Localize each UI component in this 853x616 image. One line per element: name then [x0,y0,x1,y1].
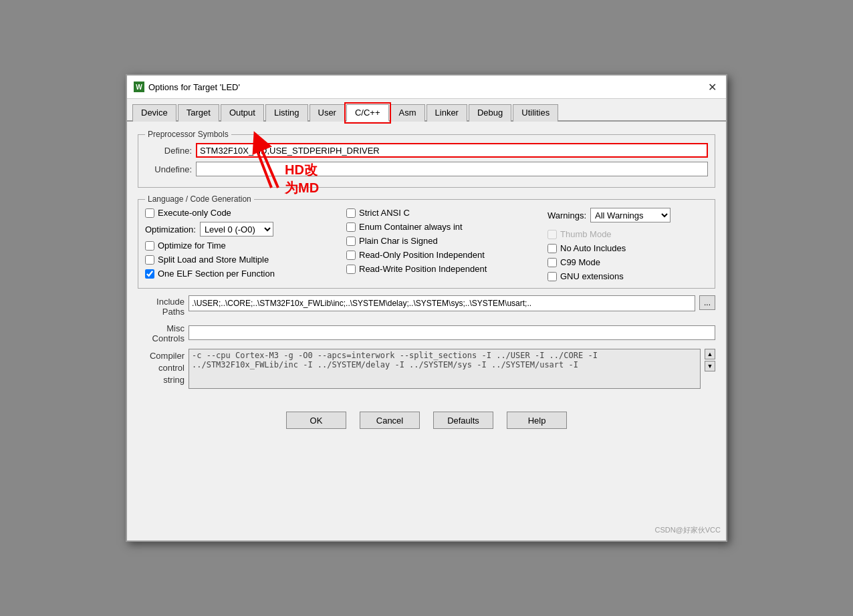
optimization-select[interactable]: Level 0 (-O0) [200,222,273,237]
compiler-control-label: Compilercontrolstring [138,349,185,387]
enum-container-row: Enum Container always int [346,222,539,232]
include-paths-input[interactable] [189,295,695,311]
preprocessor-group: Preprocessor Symbols Define: Undefine: [138,130,715,188]
rw-position-checkbox[interactable] [346,265,356,274]
close-button[interactable]: ✕ [705,80,719,94]
thumb-mode-label: Thumb Mode [560,229,612,239]
execute-only-label: Execute-only Code [158,208,231,218]
split-load-label: Split Load and Store Multiple [158,255,269,265]
compiler-control-row: Compilercontrolstring -c --cpu Cortex-M3… [138,349,715,389]
define-input[interactable] [196,143,708,158]
warnings-label: Warnings: [547,210,586,220]
tab-utilities[interactable]: Utilities [513,104,558,122]
strict-ansi-label: Strict ANSI C [359,208,410,218]
dialog-title: Options for Target 'LED' [148,82,240,92]
scroll-buttons: ▲ ▼ [705,349,715,371]
no-auto-includes-row: No Auto Includes [547,243,708,253]
c99-mode-row: C99 Mode [547,257,708,267]
undefine-label: Undefine: [145,164,192,174]
codegen-col2: Strict ANSI C Enum Container always int … [346,208,539,281]
no-auto-includes-label: No Auto Includes [560,243,626,253]
plain-char-row: Plain Char is Signed [346,236,539,246]
define-row: Define: [145,143,708,158]
main-content: Preprocessor Symbols Define: Undefine: [127,122,726,402]
codegen-col1: Execute-only Code Optimization: Level 0 … [145,208,338,281]
ro-position-row: Read-Only Position Independent [346,250,539,260]
main-dialog: W Options for Target 'LED' ✕ Device Targ… [126,74,727,542]
tab-device[interactable]: Device [132,104,176,122]
optimize-time-label: Optimize for Time [158,241,226,251]
cancel-button[interactable]: Cancel [360,412,420,429]
one-elf-row: One ELF Section per Function [145,269,338,279]
strict-ansi-row: Strict ANSI C [346,208,539,218]
tab-listing[interactable]: Listing [265,104,308,122]
button-row: OK Cancel Defaults Help [127,402,726,436]
tab-output[interactable]: Output [221,104,264,122]
optimization-select-wrapper: Level 0 (-O0) [200,222,273,237]
app-icon: W [134,82,144,92]
optimize-time-checkbox[interactable] [145,241,154,251]
undefine-row: Undefine: [145,162,708,176]
include-paths-label: IncludePaths [138,295,185,317]
one-elf-checkbox[interactable] [145,269,154,279]
enum-container-label: Enum Container always int [359,222,463,232]
help-button[interactable]: Help [507,412,567,429]
misc-controls-label: MiscControls [138,322,185,343]
thumb-mode-row: Thumb Mode [547,229,708,239]
defaults-button[interactable]: Defaults [433,412,493,429]
optimization-label: Optimization: [145,224,196,235]
define-label: Define: [145,146,192,156]
codegen-legend: Language / Code Generation [145,194,254,204]
scroll-down-button[interactable]: ▼ [705,361,715,371]
one-elf-label: One ELF Section per Function [158,269,275,279]
ro-position-checkbox[interactable] [346,251,356,260]
codegen-group: Language / Code Generation Execute-only … [138,194,715,289]
split-load-checkbox[interactable] [145,255,154,265]
ro-position-label: Read-Only Position Independent [359,250,485,260]
strict-ansi-checkbox[interactable] [346,208,356,218]
gnu-extensions-label: GNU extensions [560,271,624,281]
title-bar-left: W Options for Target 'LED' [134,82,240,92]
watermark: CSDN@好家伙VCC [654,525,721,535]
tab-user[interactable]: User [310,104,345,122]
execute-only-checkbox[interactable] [145,208,154,218]
optimization-row: Optimization: Level 0 (-O0) [145,222,338,237]
optimize-time-row: Optimize for Time [145,241,338,251]
split-load-row: Split Load and Store Multiple [145,255,338,265]
tab-debug[interactable]: Debug [469,104,511,122]
misc-controls-row: MiscControls [138,322,715,343]
enum-container-checkbox[interactable] [346,222,356,232]
scroll-up-button[interactable]: ▲ [705,349,715,359]
plain-char-label: Plain Char is Signed [359,236,438,246]
plain-char-checkbox[interactable] [346,237,356,246]
undefine-input[interactable] [196,162,708,176]
no-auto-includes-checkbox[interactable] [547,244,557,253]
include-paths-row: IncludePaths ... [138,295,715,317]
compiler-control-textarea[interactable]: -c --cpu Cortex-M3 -g -O0 --apcs=interwo… [189,349,701,389]
rw-position-row: Read-Write Position Independent [346,264,539,274]
c99-mode-checkbox[interactable] [547,258,557,267]
codegen-col3: Warnings: All Warnings Thumb Mode No Aut… [547,208,708,281]
gnu-extensions-row: GNU extensions [547,271,708,281]
c99-mode-label: C99 Mode [560,257,600,267]
tab-bar: Device Target Output Listing User C/C++ … [127,99,726,122]
tab-cpp[interactable]: C/C++ [346,104,389,122]
misc-controls-input[interactable] [189,325,715,340]
execute-only-row: Execute-only Code [145,208,338,218]
rw-position-label: Read-Write Position Independent [359,264,487,274]
title-bar: W Options for Target 'LED' ✕ [127,75,726,99]
thumb-mode-checkbox[interactable] [547,230,557,239]
tab-asm[interactable]: Asm [390,104,425,122]
warnings-row: Warnings: All Warnings [547,208,708,222]
warnings-select[interactable]: All Warnings [590,208,671,222]
include-paths-browse-button[interactable]: ... [699,295,715,310]
tab-linker[interactable]: Linker [426,104,467,122]
tab-target[interactable]: Target [178,104,219,122]
gnu-extensions-checkbox[interactable] [547,272,557,281]
preprocessor-legend: Preprocessor Symbols [145,130,231,139]
ok-button[interactable]: OK [286,412,346,429]
